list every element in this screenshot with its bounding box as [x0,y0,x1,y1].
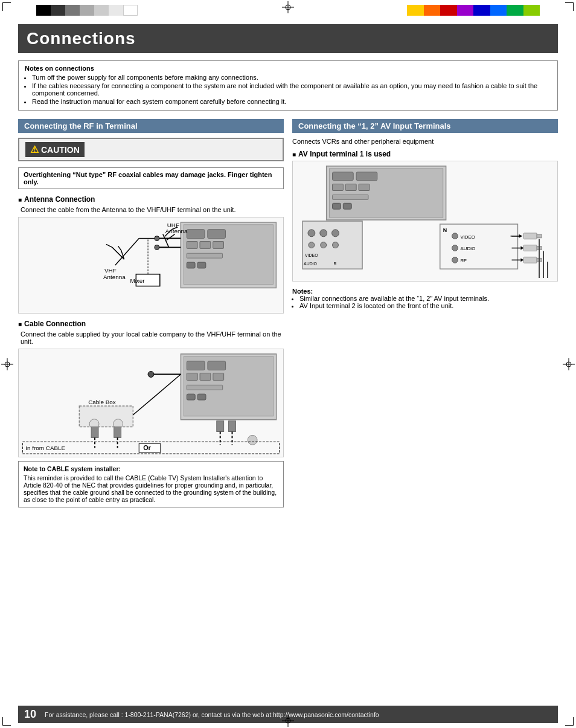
svg-point-87 [452,233,458,239]
caution-text: CAUTION [41,145,80,155]
svg-point-46 [148,372,154,378]
svg-text:Mixer: Mixer [130,277,145,284]
antenna-title-text: Antenna Connection [24,195,95,204]
svg-rect-102 [523,257,537,263]
svg-rect-67 [333,172,354,181]
cable-svg: Cable Box In from CABLE Or [19,349,283,457]
av-notes-title: Notes: [292,288,558,295]
av-desc: Connects VCRs and other peripheral equip… [292,138,558,145]
svg-text:VIDEO: VIDEO [460,234,475,240]
svg-rect-37 [187,361,205,370]
svg-rect-38 [208,361,226,370]
svg-rect-55 [229,421,236,432]
svg-text:N: N [443,227,447,233]
antenna-diagram: VHF Antenna UHF Antenna Mixer [18,217,284,314]
svg-line-25 [167,234,175,240]
svg-rect-70 [345,184,356,191]
cable-body: Connect the cable supplied by your local… [18,330,284,345]
page-number: 10 [24,708,39,721]
caution-detail: Overtightening “Nut type” RF coaxial cab… [24,171,272,185]
svg-rect-10 [187,253,222,258]
right-section-header: Connecting the “1, 2” AV Input Terminals [292,119,558,133]
svg-marker-105 [519,234,522,238]
antenna-body: Connect the cable from the Antenna to th… [18,206,284,213]
caution-label: ⚠ CAUTION [25,142,85,157]
svg-rect-44 [197,394,206,400]
right-column: Connecting the “1, 2” AV Input Terminals… [292,119,558,507]
av-terminal-title: AV Input terminal 1 is used [292,150,558,158]
svg-point-29 [155,245,159,250]
svg-rect-54 [217,421,224,432]
notes-title: Notes on connections [25,65,551,72]
color-bar-left [36,5,145,16]
av-notes-list: Similar connections are available at the… [292,295,558,309]
cable-section-title: Cable Connection [18,320,284,328]
svg-point-92 [452,245,458,251]
svg-text:VHF: VHF [104,267,117,274]
page-title-bar: Connections [18,24,558,53]
corner-mark-tr [565,2,574,11]
svg-marker-101 [520,258,523,262]
svg-point-81 [333,242,339,248]
antenna-svg: VHF Antenna UHF Antenna Mixer [19,217,283,313]
svg-line-18 [106,244,112,247]
left-column: Connecting the RF in Terminal ⚠ CAUTION … [18,119,284,507]
svg-rect-91 [537,234,542,238]
av-terminal-title-text: AV Input terminal 1 is used [298,150,391,158]
caution-text-box: Overtightening “Nut type” RF coaxial cab… [18,167,284,189]
svg-rect-5 [187,230,205,239]
note-item-1: Turn off the power supply for all compon… [32,74,551,81]
crosshair-bottom [282,715,294,727]
svg-rect-50 [91,427,98,438]
svg-line-58 [133,375,181,415]
av-diagram: VIDEO AUDIO R N VIDEO [292,161,558,282]
svg-rect-47 [79,406,133,427]
svg-rect-85 [440,224,518,269]
page-title: Connections [27,29,549,48]
av-note-item-1: Similar connections are available at the… [299,295,558,302]
caution-box: ⚠ CAUTION [18,138,284,161]
main-content: Connections Notes on connections Turn of… [18,24,558,704]
svg-point-28 [155,236,159,241]
svg-rect-90 [523,233,537,239]
caution-triangle-icon: ⚠ [30,144,39,155]
color-bar-right [407,5,540,16]
svg-rect-69 [333,184,344,191]
svg-line-21 [163,234,169,248]
svg-rect-11 [187,262,195,268]
svg-text:R: R [334,262,337,266]
cable-title-text: Cable Connection [24,320,86,328]
svg-point-79 [309,242,315,248]
cable-note-box: Note to CABLE system installer: This rem… [18,461,284,507]
two-col-layout: Connecting the RF in Terminal ⚠ CAUTION … [18,119,558,507]
svg-point-78 [332,230,339,237]
crosshair-top [282,1,294,13]
crosshair-left [1,358,13,370]
notes-list: Turn off the power supply for all compon… [25,74,551,105]
svg-point-76 [308,230,315,237]
svg-rect-12 [197,262,206,268]
cable-diagram: Cable Box In from CABLE Or [18,349,284,457]
crosshair-right [563,358,575,370]
corner-mark-tl [2,2,11,11]
svg-text:Cable Box: Cable Box [88,399,116,405]
note-item-2: If the cables necessary for connecting a… [32,82,551,97]
svg-point-80 [321,242,327,248]
svg-marker-95 [520,246,523,250]
svg-rect-8 [200,242,211,249]
svg-text:Antenna: Antenna [103,274,126,280]
help-text: For assistance, please call : 1-800-211-… [45,711,379,718]
svg-line-15 [115,239,139,265]
svg-rect-39 [187,373,197,381]
antenna-section-title: Antenna Connection [18,195,284,204]
svg-rect-40 [200,373,211,381]
svg-point-60 [248,435,257,445]
svg-rect-43 [187,394,195,400]
svg-rect-41 [213,373,224,381]
svg-rect-51 [114,427,121,438]
svg-rect-42 [187,385,222,390]
svg-text:AUDIO: AUDIO [304,262,318,266]
corner-mark-br [565,717,574,726]
left-section-header: Connecting the RF in Terminal [18,119,284,133]
svg-text:Antenna: Antenna [165,228,188,234]
